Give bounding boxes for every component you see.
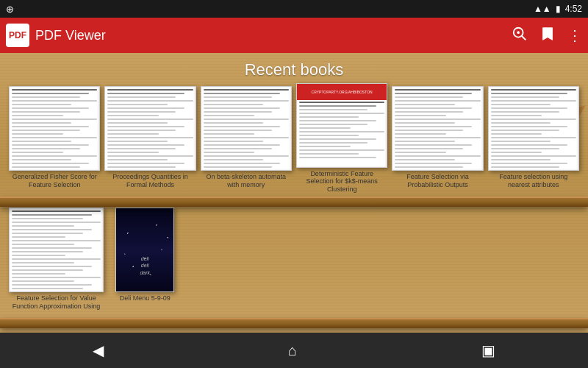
nav-bar: ◀ ⌂ ▣ (0, 333, 588, 368)
book-item[interactable]: On beta-skeleton automata with memory (201, 86, 292, 194)
svg-point-2 (517, 31, 520, 34)
book-label: On beta-skeleton automata with memory (201, 173, 292, 194)
books-row-2: Feature Selection for Value Function App… (3, 207, 585, 328)
book-cover (9, 208, 104, 292)
book-label: Generalized Fisher Score for Feature Sel… (9, 173, 100, 194)
book-cover-dark: delidelidark (115, 208, 174, 292)
wifi-icon: ▲▲ (534, 4, 551, 14)
book-cover (201, 86, 292, 171)
book-cover (104, 86, 196, 171)
shelf-row-1: Generalized Fisher Score for Feature Sel… (0, 85, 588, 207)
home-button[interactable]: ⌂ (259, 336, 326, 365)
book-label: Deli Menu 5-9-09 (118, 294, 172, 315)
status-left: ⊕ (6, 4, 14, 15)
app-bar-actions: ⋮ (512, 26, 582, 46)
search-button[interactable] (512, 26, 528, 46)
book-label: Deterministic Feature Selection for $k$-… (296, 170, 387, 194)
book-cover (392, 86, 483, 171)
book-item[interactable]: Feature Selection for Value Function App… (9, 208, 104, 315)
book-label: Feature selection using nearest attribut… (488, 173, 579, 194)
book-cover: CRYPTOPARTY.ORG/AHB/BOSTON (296, 83, 387, 168)
status-right: ▲▲ ▮ 4:52 (534, 4, 582, 14)
book-item[interactable]: Feature Selection via Probabilistic Outp… (392, 86, 483, 194)
book-label: Feature Selection for Value Function App… (9, 294, 104, 315)
shelf-surface-2 (0, 318, 588, 328)
bookshelf: ◢ Recent books Gen (0, 53, 588, 333)
book-item[interactable]: Generalized Fisher Score for Feature Sel… (9, 86, 100, 194)
android-icon: ⊕ (6, 4, 14, 15)
shelf-row-2: Feature Selection for Value Function App… (0, 207, 588, 328)
shelf-surface-1 (0, 197, 588, 207)
recent-apps-button[interactable]: ▣ (452, 336, 525, 365)
app-title: PDF Viewer (35, 28, 506, 43)
svg-line-1 (522, 35, 526, 40)
book-label: Feature Selection via Probabilistic Outp… (392, 173, 483, 194)
back-button[interactable]: ◀ (63, 336, 133, 365)
book-item[interactable]: Feature selection using nearest attribut… (488, 86, 579, 194)
status-bar: ⊕ ▲▲ ▮ 4:52 (0, 0, 588, 18)
recent-books-title: Recent books (0, 53, 588, 85)
book-item[interactable]: delidelidark Deli Menu 5-9-09 (108, 208, 182, 315)
battery-icon: ▮ (556, 4, 561, 14)
book-label: Proceedings Quantities in Formal Methods (104, 173, 196, 194)
books-row-1: Generalized Fisher Score for Feature Sel… (3, 85, 585, 207)
app-bar: PDF PDF Viewer ⋮ (0, 18, 588, 53)
more-options-button[interactable]: ⋮ (567, 26, 582, 44)
bookmark-button[interactable] (539, 26, 556, 46)
book-banner: CRYPTOPARTY.ORG/AHB/BOSTON (297, 84, 387, 100)
book-item[interactable]: CRYPTOPARTY.ORG/AHB/BOSTON Deterministic… (296, 83, 387, 194)
book-cover (9, 86, 100, 171)
app-logo: PDF (6, 24, 29, 47)
book-item[interactable]: Proceedings Quantities in Formal Methods (104, 86, 196, 194)
time-display: 4:52 (565, 4, 582, 14)
book-cover (488, 86, 579, 171)
